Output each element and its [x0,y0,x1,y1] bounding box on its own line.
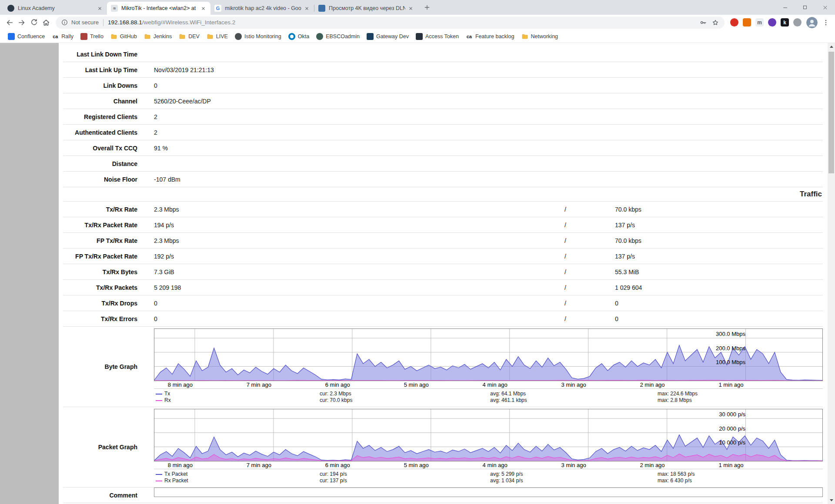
field-values: 2.3 Mbps/70.0 kbps [137,233,823,248]
maximize-button[interactable] [795,0,815,15]
x-axis-label: 2 min ago [640,381,665,388]
legend-max-value: max: 2.8 Mbps [658,397,698,404]
field-values [137,46,823,62]
folder-icon [144,33,151,40]
traffic-field-row: Tx/Rx Rate2.3 Mbps/70.0 kbps [63,202,823,217]
field-values [137,156,823,171]
extensions-area: mk [728,18,804,27]
x-axis-label: 7 min ago [247,381,271,388]
field-label: FP Tx/Rx Rate [63,237,137,244]
extension-k-icon[interactable]: k [781,18,789,27]
field-row: Registered Clients2 [63,109,823,125]
bookmark-access-token[interactable]: Access Token [412,31,462,42]
bookmark-jenkins[interactable]: Jenkins [140,31,175,42]
maximize-icon [802,4,808,10]
reload-icon [30,18,38,27]
tab-close-icon[interactable] [200,5,207,12]
bookmark-ebscoadmin[interactable]: EBSCOadmin [313,31,363,42]
close-button[interactable] [815,0,835,15]
close-icon [822,4,828,11]
folder-icon [110,33,117,40]
tab-title: mikrotik hap ac2 4k video - Goog [225,5,301,11]
bookmark-dev[interactable]: DEV [175,31,203,42]
profile-avatar[interactable] [806,17,818,28]
graph-label: Byte Graph [63,363,137,370]
extension-m-icon[interactable]: m [755,18,764,27]
rx-value: 0 [615,300,618,307]
x-axis-labels: 8 min ago7 min ago6 min ago5 min ago4 mi… [154,381,823,388]
info-icon[interactable] [61,19,68,26]
legend-series-name: Tx [164,391,170,397]
bookmark-github[interactable]: GitHub [107,31,140,42]
bookmark-label: Feature backlog [475,33,514,40]
bookmark-feature-backlog[interactable]: caFeature backlog [462,31,518,42]
bookmark-networking[interactable]: Networking [518,31,562,42]
tab-title: Linux Academy [18,5,94,11]
browser-tab-1[interactable]: Linux Academy [3,2,107,15]
bookmark-confluence[interactable]: Confluence [4,31,48,42]
bookmark-rally[interactable]: caRally [48,31,77,42]
forward-button[interactable] [16,17,28,29]
traffic-field-row: Tx/Rx Bytes7.3 GiB/55.3 MiB [63,264,823,280]
field-values: -107 dBm [137,172,823,187]
folder-icon [179,33,186,40]
minimize-button[interactable] [775,0,795,15]
traffic-section-header-row: Traffic [63,187,823,202]
comment-field [137,487,823,503]
window-controls [775,0,835,15]
bookmark-trello[interactable]: Trello [77,31,107,42]
field-value: 5260/20-Ceee/ac/DP [154,98,211,105]
bookmark-okta[interactable]: Okta [285,31,313,42]
y-axis-label: 10 000 p/s [719,439,745,446]
status-fields: Last Link Down TimeLast Link Up TimeNov/… [59,46,835,187]
extension-grey-icon[interactable] [793,18,802,27]
field-label: Last Link Up Time [63,66,137,73]
tab-close-icon[interactable] [407,5,414,12]
tab-title: Просмотр 4K видео через DLN [329,5,405,11]
browser-tab-2[interactable]: ≈MikroTik - Interface <wlan2> at [107,2,210,15]
bookmark-label: Confluence [17,33,45,40]
scroll-up-arrow[interactable] [828,43,835,50]
tab-close-icon[interactable] [96,5,103,12]
extension-rss-icon[interactable] [743,18,751,27]
legend-series-row: Rx Packet [156,477,188,484]
legend-max-column: max: 224.6 Mbpsmax: 2.8 Mbps [658,391,698,404]
field-values: Nov/03/2019 21:21:13 [137,62,823,77]
tab-close-icon[interactable] [303,5,310,12]
x-axis-label: 5 min ago [404,462,429,468]
home-button[interactable] [40,17,52,29]
plus-icon [424,4,431,11]
legend-max-value: max: 6 430 p/s [658,477,695,484]
bookmark-istio-monitoring[interactable]: Istio Monitoring [231,31,285,42]
scroll-down-arrow[interactable] [828,497,835,504]
password-key-icon[interactable] [699,19,707,27]
mikrotik-favicon: ≈ [111,5,118,12]
graphs: Byte Graph300.0 Mbps200.0 Mbps100.0 Mbps… [59,327,835,487]
field-values: 5260/20-Ceee/ac/DP [137,93,823,109]
back-button[interactable] [3,17,16,29]
folder-icon [207,33,214,40]
browser-menu-icon[interactable] [820,17,832,28]
legend-max-column: max: 18 563 p/smax: 6 430 p/s [658,471,695,484]
bookmark-star-icon[interactable] [711,19,719,27]
vertical-scrollbar[interactable] [828,43,835,504]
scrollbar-thumb[interactable] [828,52,834,173]
legend-avg-value: avg: 64.1 Mbps [490,391,527,397]
comment-input[interactable] [154,487,823,497]
extension-purple-icon[interactable] [768,18,776,27]
field-label: Tx/Rx Packets [63,284,137,291]
reload-button[interactable] [28,17,40,29]
browser-tab-4[interactable]: Просмотр 4K видео через DLN [314,2,418,15]
bookmark-label: EBSCOadmin [326,33,360,40]
x-axis-label: 5 min ago [404,381,429,388]
bookmark-live[interactable]: LIVE [203,31,231,42]
x-axis-label: 6 min ago [325,462,350,468]
browser-tab-3[interactable]: Gmikrotik hap ac2 4k video - Goog [210,2,314,15]
address-bar[interactable]: Not secure 192.168.88.1/webfig/#Wireless… [56,17,725,29]
graph-legend: TxRxcur: 2.3 Mbpscur: 70.0 kbpsavg: 64.1… [154,388,823,405]
extension-red-icon[interactable] [730,18,738,27]
home-icon [42,18,50,27]
bookmark-gateway-dev[interactable]: Gateway Dev [363,31,412,42]
legend-cur-column: cur: 194 p/scur: 137 p/s [320,471,347,484]
new-tab-button[interactable] [421,2,433,13]
